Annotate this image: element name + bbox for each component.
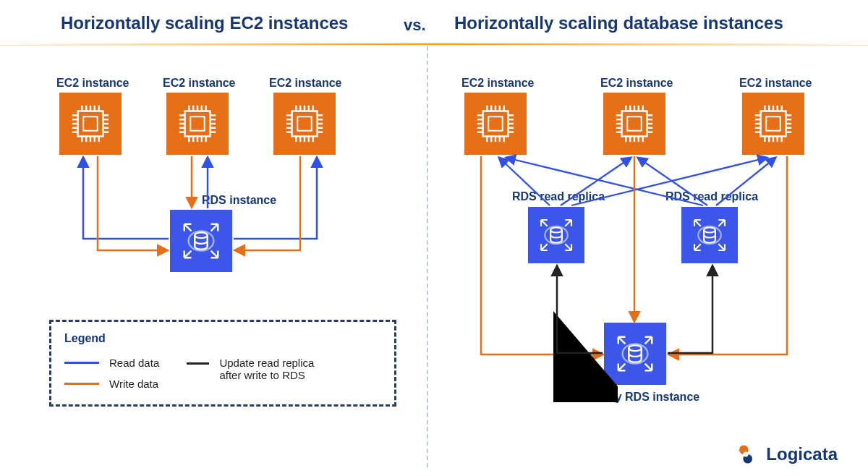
left-ec2-2 bbox=[166, 93, 229, 155]
right-ec2-label-3: EC2 instance bbox=[739, 77, 812, 90]
left-ec2-label-3: EC2 instance bbox=[269, 77, 341, 90]
brand: Logicata bbox=[733, 441, 838, 467]
legend-update: Update read replica after write to RDS bbox=[187, 357, 339, 381]
left-ec2-label-1: EC2 instance bbox=[56, 77, 129, 90]
right-ec2-label-2: EC2 instance bbox=[600, 77, 673, 90]
left-ec2-label-2: EC2 instance bbox=[163, 77, 235, 90]
left-ec2-1 bbox=[59, 93, 122, 155]
legend-read: Read data bbox=[64, 357, 159, 369]
brand-name: Logicata bbox=[766, 444, 838, 464]
left-ec2-3 bbox=[273, 93, 336, 155]
svg-point-23 bbox=[744, 451, 749, 456]
legend-title: Legend bbox=[64, 332, 381, 345]
right-ec2-2 bbox=[603, 93, 665, 155]
center-divider bbox=[427, 46, 428, 467]
title-left: Horizontally scaling EC2 instances bbox=[61, 13, 348, 33]
right-primary-rds bbox=[604, 323, 666, 385]
right-ec2-label-1: EC2 instance bbox=[461, 77, 534, 90]
legend: Legend Read data Write data Update read … bbox=[49, 320, 396, 407]
left-rds-label: RDS instance bbox=[202, 194, 276, 207]
legend-write: Write data bbox=[64, 378, 159, 390]
right-replica-label-1: RDS read replica bbox=[512, 190, 605, 203]
logicata-logo-icon bbox=[733, 441, 759, 467]
header-divider bbox=[0, 43, 868, 45]
right-ec2-3 bbox=[742, 93, 804, 155]
right-primary-label: Primary RDS instance bbox=[579, 391, 699, 404]
right-replica-1 bbox=[528, 207, 584, 263]
right-ec2-1 bbox=[464, 93, 527, 155]
right-replica-2 bbox=[681, 207, 738, 263]
right-replica-label-2: RDS read replica bbox=[665, 190, 758, 203]
left-rds bbox=[170, 210, 232, 272]
title-right: Horizontally scaling database instances bbox=[454, 13, 783, 33]
vs-label: vs. bbox=[404, 16, 426, 35]
